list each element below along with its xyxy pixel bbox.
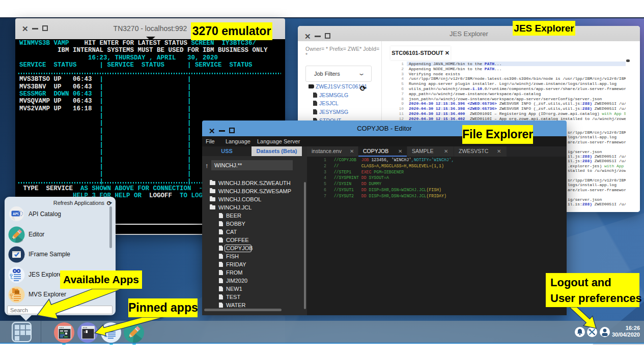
svg-text:API: API	[13, 212, 18, 216]
svg-text:>: >	[83, 330, 86, 334]
